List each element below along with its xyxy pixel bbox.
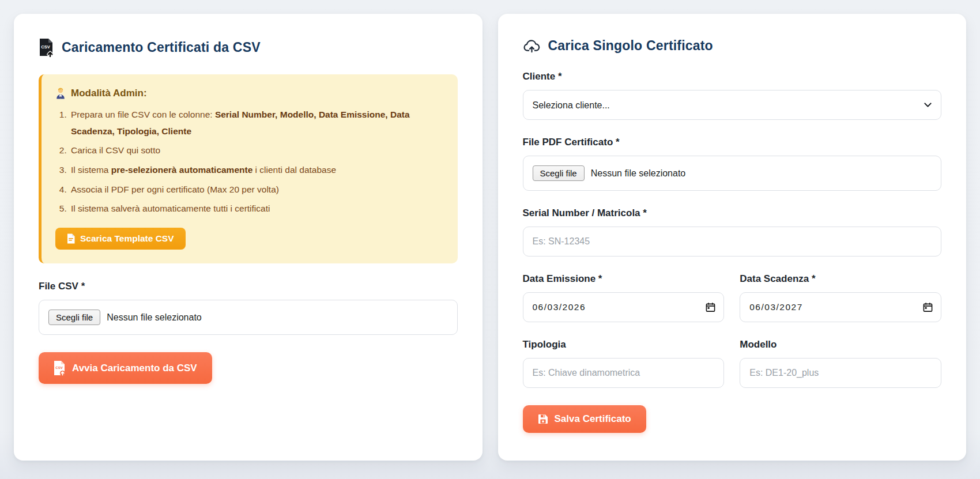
tipologia-label: Tipologia: [523, 339, 725, 350]
data-emissione-input[interactable]: [523, 292, 725, 322]
data-scadenza-wrap: [740, 292, 941, 322]
list-item: Il sistema pre-selezionerà automaticamen…: [69, 162, 444, 179]
data-emissione-label: Data Emissione *: [523, 273, 725, 285]
file-csv-label: File CSV *: [39, 281, 458, 292]
pdf-file-input[interactable]: Scegli file Nessun file selezionato: [523, 156, 942, 191]
file-status-text: Nessun file selezionato: [591, 168, 686, 179]
csv-file-upload-icon: CSV: [39, 38, 54, 57]
download-template-button[interactable]: Scarica Template CSV: [55, 228, 186, 250]
data-scadenza-input[interactable]: [740, 292, 941, 322]
data-scadenza-label: Data Scadenza *: [740, 273, 941, 285]
list-item: Carica il CSV qui sotto: [69, 142, 444, 159]
csv-document-icon: CSV: [54, 360, 66, 376]
csv-upload-card: CSV Caricamento Certificati da CSV Modal…: [14, 14, 483, 461]
modello-input[interactable]: [740, 358, 941, 388]
admin-mode-heading: Modalità Admin:: [55, 87, 444, 99]
tipologia-input[interactable]: [523, 358, 725, 388]
save-certificate-button[interactable]: Salva Certificato: [523, 405, 646, 433]
start-csv-upload-button[interactable]: CSV Avvia Caricamento da CSV: [39, 352, 212, 384]
svg-text:CSV: CSV: [55, 366, 62, 369]
file-pdf-label: File PDF Certificato *: [523, 137, 942, 148]
admin-mode-heading-label: Modalità Admin:: [71, 88, 147, 99]
choose-file-button[interactable]: Scegli file: [48, 310, 100, 325]
modello-label: Modello: [740, 339, 941, 350]
cloud-upload-icon: [523, 39, 541, 53]
single-certificate-card: Carica Singolo Certificato Cliente * Sel…: [498, 14, 967, 461]
serial-number-input[interactable]: [523, 227, 942, 257]
document-icon: [67, 233, 75, 244]
file-status-text: Nessun file selezionato: [107, 312, 202, 323]
single-card-title: Carica Singolo Certificato: [548, 38, 713, 54]
csv-card-title: Caricamento Certificati da CSV: [62, 40, 261, 55]
save-floppy-icon: [538, 414, 548, 424]
single-card-header: Carica Singolo Certificato: [523, 38, 942, 54]
choose-file-button[interactable]: Scegli file: [533, 165, 585, 181]
data-emissione-wrap: [523, 292, 725, 322]
admin-instructions-list: Prepara un file CSV con le colonne: Seri…: [55, 107, 444, 217]
list-item: Il sistema salverà automaticamente tutti…: [69, 201, 444, 217]
page-background: CSV Caricamento Certificati da CSV Modal…: [0, 0, 980, 479]
svg-text:CSV: CSV: [41, 44, 50, 50]
admin-mode-info-box: Modalità Admin: Prepara un file CSV con …: [39, 74, 458, 263]
cliente-label: Cliente *: [523, 71, 942, 82]
csv-card-header: CSV Caricamento Certificati da CSV: [39, 38, 458, 57]
csv-file-input[interactable]: Scegli file Nessun file selezionato: [39, 300, 458, 335]
download-template-label: Scarica Template CSV: [80, 233, 174, 244]
cliente-select-wrap: Seleziona cliente...: [523, 90, 942, 120]
office-worker-icon: [55, 87, 66, 99]
list-item: Associa il PDF per ogni certificato (Max…: [69, 182, 444, 198]
cliente-select[interactable]: Seleziona cliente...: [523, 90, 942, 120]
save-certificate-label: Salva Certificato: [555, 413, 631, 425]
serial-number-label: Serial Number / Matricola *: [523, 208, 942, 219]
start-csv-upload-label: Avvia Caricamento da CSV: [72, 363, 197, 374]
list-item: Prepara un file CSV con le colonne: Seri…: [69, 107, 444, 139]
